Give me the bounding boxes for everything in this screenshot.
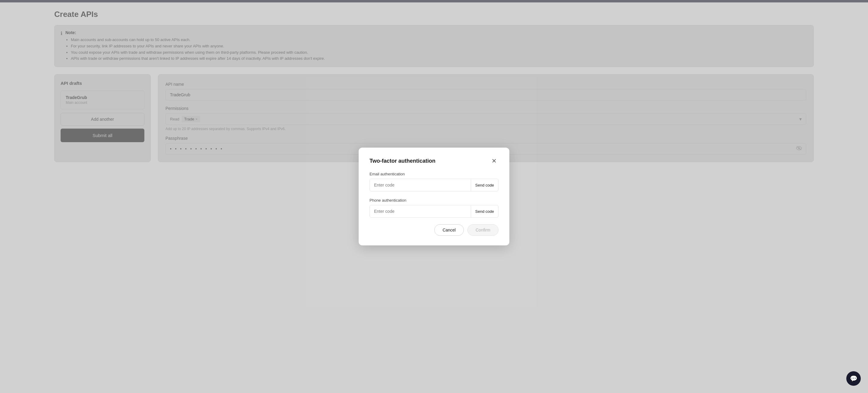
page-wrapper: Create APIs ℹ Note: Main accounts and su… [0, 0, 868, 393]
phone-code-input[interactable] [370, 205, 471, 217]
modal-overlay: Two-factor authentication ✕ Email authen… [0, 0, 868, 393]
email-auth-label: Email authentication [370, 172, 498, 176]
modal-close-button[interactable]: ✕ [490, 157, 498, 165]
confirm-button[interactable]: Confirm [467, 224, 498, 236]
chat-button[interactable]: 💬 [846, 371, 861, 386]
modal-title: Two-factor authentication [370, 158, 435, 164]
phone-auth-label: Phone authentication [370, 198, 498, 202]
cancel-button[interactable]: Cancel [434, 224, 464, 236]
phone-code-input-row: Send code [370, 205, 498, 218]
chat-icon: 💬 [850, 375, 858, 382]
phone-send-code-button[interactable]: Send code [471, 205, 498, 217]
email-code-input-row: Send code [370, 179, 498, 191]
two-factor-modal: Two-factor authentication ✕ Email authen… [359, 148, 509, 245]
modal-footer: Cancel Confirm [370, 224, 498, 236]
modal-header: Two-factor authentication ✕ [370, 157, 498, 165]
email-code-input[interactable] [370, 179, 471, 191]
email-send-code-button[interactable]: Send code [471, 179, 498, 191]
